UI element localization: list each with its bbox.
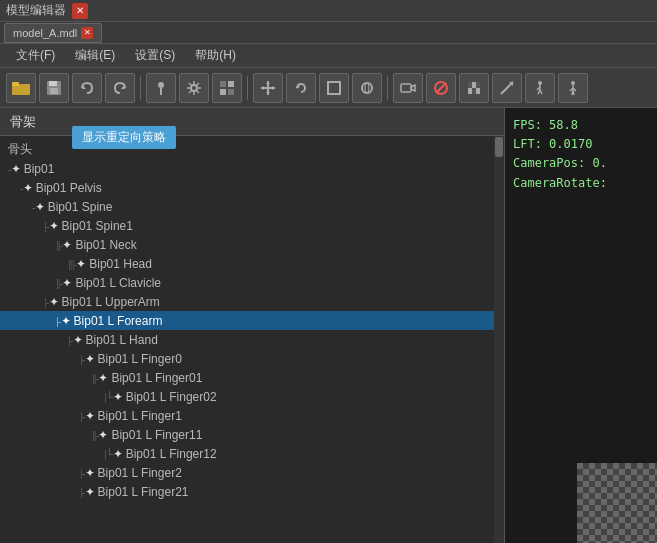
title-bar: 模型编辑器 ✕ (0, 0, 657, 22)
tree-head[interactable]: | | | - ✦ Bip01 Head (0, 254, 504, 273)
scrollbar[interactable] (494, 136, 504, 543)
svg-marker-27 (261, 86, 264, 90)
svg-line-16 (197, 91, 199, 93)
svg-rect-20 (228, 81, 234, 87)
rotate-button[interactable] (286, 73, 316, 103)
svg-rect-37 (468, 88, 472, 94)
tree-pelvis[interactable]: - ✦ Bip01 Pelvis (0, 178, 504, 197)
fps-display: FPS: 58.8 LFT: 0.0170 CameraPos: 0. Came… (513, 116, 649, 193)
menu-help[interactable]: 帮助(H) (187, 45, 244, 66)
forearm-label: Bip01 L Forearm (74, 314, 163, 328)
finger01-label: Bip01 L Finger01 (111, 371, 202, 385)
pin-button[interactable] (146, 73, 176, 103)
sep3 (387, 76, 388, 100)
camera-rotate: CameraRotate: (513, 174, 649, 193)
svg-rect-22 (228, 89, 234, 95)
svg-line-18 (189, 91, 191, 93)
finger12-label: Bip01 L Finger12 (126, 447, 217, 461)
tree-finger0[interactable]: | - ✦ Bip01 L Finger0 (0, 349, 504, 368)
tree-neck[interactable]: | | - ✦ Bip01 Neck (0, 235, 504, 254)
sep1 (140, 76, 141, 100)
svg-line-15 (189, 83, 191, 85)
finger2-label: Bip01 L Finger2 (98, 466, 182, 480)
chess-button[interactable] (459, 73, 489, 103)
checkerboard (577, 463, 657, 543)
svg-marker-26 (266, 92, 270, 95)
svg-rect-19 (220, 81, 226, 87)
finger11-label: Bip01 L Finger11 (111, 428, 202, 442)
tree-finger2[interactable]: | - ✦ Bip01 L Finger2 (0, 463, 504, 482)
svg-marker-34 (411, 85, 415, 91)
toolbar (0, 68, 657, 108)
tree-finger11[interactable]: | | - ✦ Bip01 L Finger11 (0, 425, 504, 444)
scroll-thumb[interactable] (495, 137, 503, 157)
svg-line-36 (436, 83, 446, 93)
svg-rect-5 (50, 88, 58, 94)
menu-bar: 文件(F) 编辑(E) 设置(S) 帮助(H) (0, 44, 657, 68)
bip01-label: Bip01 (24, 162, 55, 176)
svg-marker-25 (266, 81, 270, 84)
stand-button[interactable] (558, 73, 588, 103)
left-panel: 骨架 显示重定向策略 骨头 - ✦ Bip01 - ✦ Bip01 Pelvis (0, 108, 505, 543)
grid-button[interactable] (212, 73, 242, 103)
svg-rect-2 (12, 82, 19, 86)
tooltip: 显示重定向策略 (72, 126, 176, 149)
svg-rect-42 (472, 88, 476, 94)
title-text: 模型编辑器 (6, 2, 66, 19)
move-button[interactable] (253, 73, 283, 103)
sep2 (247, 76, 248, 100)
tree-finger1[interactable]: | - ✦ Bip01 L Finger1 (0, 406, 504, 425)
svg-rect-38 (476, 88, 480, 94)
sit-button[interactable] (525, 73, 555, 103)
svg-point-10 (191, 85, 197, 91)
neck-label: Bip01 Neck (75, 238, 136, 252)
tree-spine1[interactable]: | - ✦ Bip01 Spine1 (0, 216, 504, 235)
tree-finger02[interactable]: | └ ✦ Bip01 L Finger02 (0, 387, 504, 406)
tree-hand[interactable]: | - ✦ Bip01 L Hand (0, 330, 504, 349)
spine1-label: Bip01 Spine1 (62, 219, 133, 233)
svg-point-50 (571, 81, 575, 85)
tab-close-button[interactable]: ✕ (81, 27, 93, 39)
svg-point-32 (365, 83, 369, 93)
menu-settings[interactable]: 设置(S) (127, 45, 183, 66)
tree-bip01[interactable]: - ✦ Bip01 (0, 159, 504, 178)
undo-button[interactable] (72, 73, 102, 103)
title-close-button[interactable]: ✕ (72, 3, 88, 19)
sphere-button[interactable] (352, 73, 382, 103)
svg-rect-39 (472, 82, 476, 88)
menu-edit[interactable]: 编辑(E) (67, 45, 123, 66)
menu-file[interactable]: 文件(F) (8, 45, 63, 66)
lft-value: LFT: 0.0170 (513, 135, 649, 154)
root-label: 骨头 (8, 141, 32, 158)
clavicle-label: Bip01 L Clavicle (75, 276, 161, 290)
redo-button[interactable] (105, 73, 135, 103)
svg-point-31 (362, 83, 372, 93)
finger1-label: Bip01 L Finger1 (98, 409, 182, 423)
camera-pos: CameraPos: 0. (513, 154, 649, 173)
folder-button[interactable] (6, 73, 36, 103)
save-button[interactable] (39, 73, 69, 103)
camera-button[interactable] (393, 73, 423, 103)
tree-upperarm[interactable]: | - ✦ Bip01 L UpperArm (0, 292, 504, 311)
main-area: 骨架 显示重定向策略 骨头 - ✦ Bip01 - ✦ Bip01 Pelvis (0, 108, 657, 543)
svg-rect-33 (401, 84, 411, 92)
svg-line-55 (573, 91, 574, 95)
model-tab[interactable]: model_A.mdl ✕ (4, 23, 102, 43)
gear-button[interactable] (179, 73, 209, 103)
tree-finger12[interactable]: | └ ✦ Bip01 L Finger12 (0, 444, 504, 463)
svg-marker-28 (272, 86, 275, 90)
svg-line-49 (540, 90, 542, 94)
upperarm-label: Bip01 L UpperArm (62, 295, 160, 309)
tree-clavicle[interactable]: | | - ✦ Bip01 L Clavicle (0, 273, 504, 292)
svg-rect-41 (476, 82, 480, 88)
svg-rect-30 (328, 82, 340, 94)
tree-forearm[interactable]: | - ✦ Bip01 L Forearm (0, 311, 504, 330)
box-button[interactable] (319, 73, 349, 103)
arrow-button[interactable] (492, 73, 522, 103)
skeleton-label: 骨架 (10, 113, 36, 131)
tree-finger01[interactable]: | | - ✦ Bip01 L Finger01 (0, 368, 504, 387)
head-label: Bip01 Head (89, 257, 152, 271)
tree-finger21[interactable]: | - ✦ Bip01 L Finger21 (0, 482, 504, 501)
no-button[interactable] (426, 73, 456, 103)
tree-spine[interactable]: - ✦ Bip01 Spine (0, 197, 504, 216)
